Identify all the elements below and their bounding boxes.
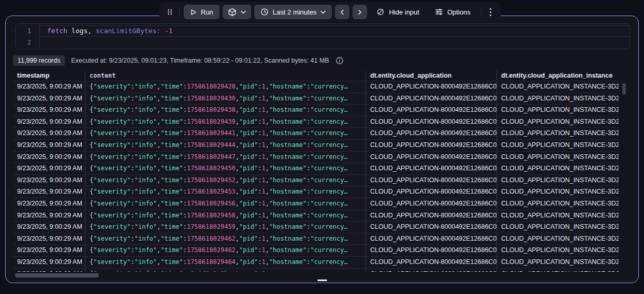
horizontal-scrollbar[interactable] xyxy=(13,273,619,277)
next-section-button[interactable] xyxy=(353,5,367,19)
timestamp-cell: 9/23/2025, 9:00:29 AM xyxy=(13,93,85,105)
hide-input-button[interactable]: Hide input xyxy=(370,5,426,19)
notebook-section: 1 2 fetch logs, scanLimitGBytes: -1 11,9… xyxy=(5,16,639,283)
timestamp-cell: 9/23/2025, 9:00:29 AM xyxy=(13,140,85,151)
run-button-label: Run xyxy=(201,8,213,16)
cloud-application-instance-cell: CLOUD_APPLICATION_INSTANCE-3D2A0D xyxy=(496,116,619,128)
cloud-application-instance-cell: CLOUD_APPLICATION_INSTANCE-3D2A0D xyxy=(496,152,619,163)
line-number: 1 xyxy=(16,25,39,37)
timestamp-cell: 9/23/2025, 9:00:29 AM xyxy=(13,163,85,174)
table-row[interactable]: 9/23/2025, 9:00:29 AM{"severity":"info",… xyxy=(13,93,619,105)
dql-editor[interactable]: 1 2 fetch logs, scanLimitGBytes: -1 xyxy=(15,23,630,49)
section-type-button[interactable] xyxy=(223,5,251,19)
table-row[interactable]: 9/23/2025, 9:00:29 AM{"severity":"info",… xyxy=(13,198,619,210)
chevron-down-icon xyxy=(320,10,326,14)
content-cell: {"severity":"info","time":1758618029438,… xyxy=(85,105,365,116)
cloud-application-cell: CLOUD_APPLICATION-8000492E12686C00 xyxy=(365,140,496,151)
content-cell: {"severity":"info","time":1758618029462,… xyxy=(85,233,365,245)
cloud-application-cell: CLOUD_APPLICATION-8000492E12686C00 xyxy=(365,198,496,210)
table-row[interactable]: 9/23/2025, 9:00:29 AM{"severity":"info",… xyxy=(13,152,619,164)
cloud-application-instance-cell: CLOUD_APPLICATION_INSTANCE-3D2A0D xyxy=(496,245,619,256)
column-header-cloud-application-instance[interactable]: dt.entity.cloud_application_instance xyxy=(496,71,619,80)
column-header-cloud-application[interactable]: dt.entity.cloud_application xyxy=(365,71,496,80)
timeframe-button[interactable]: Last 2 minutes xyxy=(254,5,332,19)
table-row[interactable]: 9/23/2025, 9:00:29 AM{"severity":"info",… xyxy=(13,128,619,140)
result-meta-row: 11,999 records Executed at: 9/23/2025, 0… xyxy=(13,55,632,66)
play-icon xyxy=(190,9,197,16)
table-row[interactable]: 9/23/2025, 9:00:29 AM{"severity":"info",… xyxy=(13,245,619,257)
cloud-application-cell: CLOUD_APPLICATION-8000492E12686C00 xyxy=(365,128,496,139)
run-button[interactable]: Run xyxy=(184,5,219,19)
column-header-content[interactable]: content xyxy=(85,71,365,80)
horizontal-scrollbar-thumb[interactable] xyxy=(15,273,99,277)
query-empty-line[interactable] xyxy=(40,37,630,48)
cloud-application-instance-cell: CLOUD_APPLICATION_INSTANCE-3D2A0D xyxy=(496,186,619,198)
line-number-gutter: 1 2 xyxy=(16,24,40,49)
eye-off-icon xyxy=(376,8,385,16)
code-area[interactable]: fetch logs, scanLimitGBytes: -1 xyxy=(40,24,630,49)
timestamp-cell: 9/23/2025, 9:00:29 AM xyxy=(13,257,85,268)
table-row[interactable]: 9/23/2025, 9:00:29 AM{"severity":"info",… xyxy=(13,175,619,187)
results-table: timestamp content dt.entity.cloud_applic… xyxy=(13,70,626,277)
content-cell: {"severity":"info","time":1758618029452,… xyxy=(85,175,365,186)
table-header-row: timestamp content dt.entity.cloud_applic… xyxy=(13,70,619,81)
cloud-application-cell: CLOUD_APPLICATION-8000492E12686C00 xyxy=(365,105,496,116)
table-row[interactable]: 9/23/2025, 9:00:29 AM{"severity":"info",… xyxy=(13,140,619,152)
cloud-application-instance-cell: CLOUD_APPLICATION_INSTANCE-3D2A0D xyxy=(496,233,619,245)
cloud-application-cell: CLOUD_APPLICATION-8000492E12686C00 xyxy=(365,269,496,272)
options-button[interactable]: Options xyxy=(429,5,477,19)
table-row[interactable]: 9/23/2025, 9:00:29 AM{"severity":"info",… xyxy=(13,163,619,175)
content-cell: {"severity":"info","time":1758618029444,… xyxy=(85,140,365,151)
table-row[interactable]: 9/23/2025, 9:00:29 AM{"severity":"info",… xyxy=(13,81,619,93)
table-row[interactable]: 9/23/2025, 9:00:29 AM{"severity":"info",… xyxy=(13,186,619,198)
drag-handle[interactable] xyxy=(165,8,175,16)
table-row[interactable]: 9/23/2025, 9:00:29 AM{"severity":"info",… xyxy=(13,116,619,128)
cloud-application-instance-cell: CLOUD_APPLICATION_INSTANCE-3D2A0D xyxy=(496,93,619,105)
table-row[interactable]: 9/23/2025, 9:00:29 AM{"severity":"info",… xyxy=(13,233,619,245)
cloud-application-cell: CLOUD_APPLICATION-8000492E12686C00 xyxy=(365,175,496,186)
chevron-left-icon xyxy=(340,9,344,15)
timestamp-cell: 9/23/2025, 9:00:29 AM xyxy=(13,128,85,139)
table-row[interactable]: 9/23/2025, 9:00:29 AM{"severity":"info",… xyxy=(13,210,619,222)
cloud-application-instance-cell: CLOUD_APPLICATION_INSTANCE-3D2A0D xyxy=(496,81,619,93)
timestamp-cell: 9/23/2025, 9:00:29 AM xyxy=(13,81,85,93)
timestamp-cell: 9/23/2025, 9:00:29 AM xyxy=(13,116,85,128)
previous-section-button[interactable] xyxy=(335,5,349,19)
info-icon[interactable] xyxy=(335,56,344,65)
content-cell: {"severity":"info","time":1758618029462,… xyxy=(85,245,365,256)
timeframe-label: Last 2 minutes xyxy=(273,8,317,16)
options-label: Options xyxy=(447,8,471,16)
table-row[interactable]: 9/23/2025, 9:00:29 AM{"severity":"info",… xyxy=(13,105,619,116)
toolbar-divider xyxy=(481,7,481,17)
records-count-badge: 11,999 records xyxy=(13,55,65,66)
content-cell: {"severity":"info","time":1758618029430,… xyxy=(85,93,365,105)
more-menu-button[interactable] xyxy=(486,8,495,16)
cloud-application-cell: CLOUD_APPLICATION-8000492E12686C00 xyxy=(365,163,496,174)
cloud-application-instance-cell: CLOUD_APPLICATION_INSTANCE-3D2A0D xyxy=(496,269,619,272)
content-cell: {"severity":"info","time":1758618029439,… xyxy=(85,116,365,128)
cloud-application-cell: CLOUD_APPLICATION-8000492E12686C00 xyxy=(365,81,496,93)
cloud-application-cell: CLOUD_APPLICATION-8000492E12686C00 xyxy=(365,222,496,233)
cloud-application-instance-cell: CLOUD_APPLICATION_INSTANCE-3D2A0D xyxy=(496,163,619,174)
sliders-icon xyxy=(435,8,443,16)
table-row[interactable]: 9/23/2025, 9:00:29 AM{"severity":"info",… xyxy=(13,269,619,272)
timestamp-cell: 9/23/2025, 9:00:29 AM xyxy=(13,245,85,256)
query-text-line[interactable]: fetch logs, scanLimitGBytes: -1 xyxy=(40,25,630,37)
table-body: 9/23/2025, 9:00:29 AM{"severity":"info",… xyxy=(13,81,619,272)
cloud-application-cell: CLOUD_APPLICATION-8000492E12686C00 xyxy=(365,186,496,198)
table-row[interactable]: 9/23/2025, 9:00:29 AM{"severity":"info",… xyxy=(13,257,619,269)
column-header-timestamp[interactable]: timestamp xyxy=(13,72,85,79)
section-resize-handle[interactable] xyxy=(317,280,327,281)
table-row[interactable]: 9/23/2025, 9:00:29 AM{"severity":"info",… xyxy=(13,222,619,233)
content-cell: {"severity":"info","time":1758618029456,… xyxy=(85,198,365,210)
vertical-scrollbar-thumb[interactable] xyxy=(622,83,626,95)
cloud-application-cell: CLOUD_APPLICATION-8000492E12686C00 xyxy=(365,257,496,268)
timestamp-cell: 9/23/2025, 9:00:29 AM xyxy=(13,198,85,210)
cloud-application-instance-cell: CLOUD_APPLICATION_INSTANCE-3D2A0D xyxy=(496,257,619,268)
timestamp-cell: 9/23/2025, 9:00:29 AM xyxy=(13,210,85,222)
hide-input-label: Hide input xyxy=(389,8,419,16)
block-toolbar: Run Last 2 minutes Hide input xyxy=(159,2,501,22)
toolbar-divider xyxy=(179,7,180,17)
cloud-application-cell: CLOUD_APPLICATION-8000492E12686C00 xyxy=(365,93,496,105)
content-cell: {"severity":"info","time":1758618029450,… xyxy=(85,163,365,174)
